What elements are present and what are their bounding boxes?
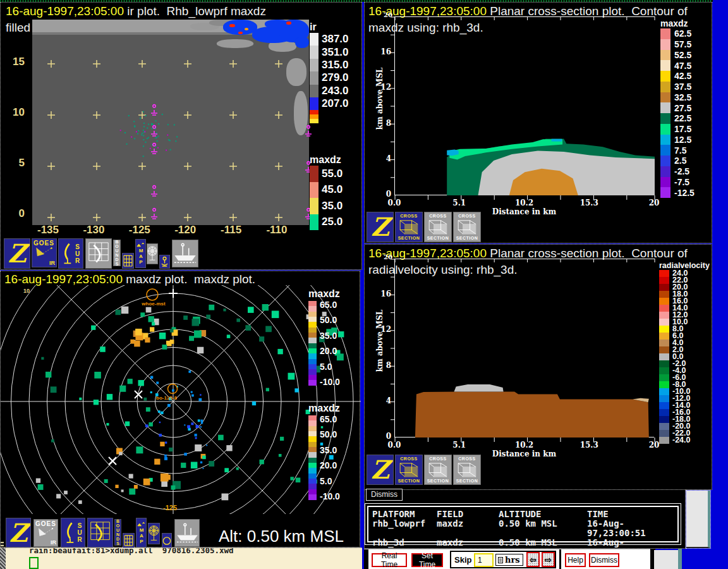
radar-grid-button[interactable] [85,238,112,269]
panel-ir-plot: 16-aug-1997,23:05:00 ir plot. Rhb_lowprf… [0,2,362,270]
surveillance-radar-button[interactable]: SUR [61,518,85,548]
ship-button[interactable] [174,519,200,547]
colorbar-swatch [308,364,317,369]
colorbar-swatch [659,423,669,430]
zebra-logo-button[interactable]: Z [367,455,394,485]
colorbar-tick: 47.5 [674,61,691,71]
ship-button[interactable] [172,240,198,267]
colorbar-row: -24.0 [659,437,710,444]
colorbar-swatch [310,97,318,110]
panel-xsec-maxdz: 16-aug-1997,23:05:00 Planar cross-sectio… [364,2,712,243]
goes-ir-button[interactable]: GOES IR [33,519,58,547]
table-header-cell: TIME [587,510,674,519]
colorbar-swatch [308,420,317,425]
map-marks-icon [136,242,145,248]
x-tick-label: -115 [214,224,249,236]
dismiss-button[interactable]: Dismiss [589,553,619,567]
bounds-button[interactable]: BOUNDS [113,240,121,266]
polar-web-button[interactable] [148,523,160,544]
colorbar-tick: 243.0 [322,85,349,97]
cross-section-button[interactable]: CROSS SECTION [424,455,452,485]
colorbar-swatch [659,326,669,333]
colorbar-title: maxdz [308,403,340,414]
colorbar-row: 27.5 [660,102,695,113]
real-time-button[interactable]: Real Time [372,553,407,567]
surveillance-radar-button[interactable]: SUR [58,238,83,269]
bounds-button[interactable]: BOUNDS [114,519,121,546]
y-axis-ticks: 1612840 [372,288,391,442]
colorbar-row: 35.0 [310,198,343,214]
circle-button[interactable] [162,533,172,548]
table-header: PLATFORMFIELDALTITUDETIME [372,510,674,519]
colorbar-swatch [310,59,318,71]
colorbar-swatch [660,187,670,198]
polar-web-button[interactable] [147,243,158,264]
colorbar-row: -12.5 [660,187,695,198]
colorbar-tick: -10.0 [320,493,340,500]
colorbar-swatch [308,431,317,436]
background-window-fragment [654,550,678,569]
grid-button[interactable] [123,533,135,548]
radar-dish-icon [61,242,73,266]
zebra-logo-button[interactable]: Z [4,238,30,269]
zebra-logo-button[interactable]: Z [367,212,394,242]
colorbar-row: 45.0 [310,182,343,199]
colorbar-swatch [659,374,669,381]
colorbar-swatch [659,395,669,402]
y-tick-label: 5 [6,157,25,169]
colorbar-tick: 35.0 [322,200,343,212]
map-button[interactable]: MAP [136,518,147,548]
colorbar-swatch [660,92,670,103]
radar-grid-button-active[interactable] [87,518,113,548]
goes-ir-button[interactable]: GOES IR [32,238,57,267]
x-tick-label: 0.0 [377,441,412,450]
dismiss-overlay-button[interactable]: Dismiss [366,489,403,501]
set-time-button[interactable]: Set Time [411,553,443,567]
colorbar-swatch [660,124,670,135]
colorbar-swatch [308,369,317,374]
terminal-cursor [29,557,39,569]
colorbar-tick: 57.5 [674,39,691,49]
colorbar-swatch [659,402,669,409]
cross-section-button[interactable]: CROSS SECTION [453,455,481,485]
help-button[interactable]: Help [565,553,586,567]
colorbar-tick: 22.5 [674,113,691,123]
hrs-button[interactable]: hrs [495,554,523,566]
polar-web-icon [147,245,157,263]
step-forward-button[interactable]: ⇨ [542,552,555,567]
skip-value-input[interactable] [474,553,494,567]
colorbar-tick: 27.5 [674,103,691,113]
background-scrollbar[interactable] [686,491,710,548]
cross-section-button-active[interactable]: CROSS SECTION [395,455,423,485]
terminal-scrollbar[interactable] [0,548,6,569]
step-back-button[interactable]: ⇦ [526,552,540,567]
colorbar-swatch [659,381,669,388]
cell-field: maxdz [437,519,499,538]
grid-icon [124,535,133,546]
colorbar-row: 52.5 [660,50,695,61]
colorbar-row: 55.0 [310,166,343,182]
colorbar-row: 7.5 [660,145,695,156]
zebra-icon: Z [371,457,389,482]
cross-section-button-active[interactable]: CROSS SECTION [395,212,423,242]
map-button[interactable]: MAP [135,239,146,268]
grid-button[interactable] [122,253,134,269]
colorbar-swatch [660,156,670,166]
colorbar-swatch [659,270,669,277]
cross-section-button[interactable]: CROSS SECTION [424,212,452,242]
colorbar-row: -2.5 [660,166,695,177]
colorbar-swatch [308,426,317,431]
colorbar-swatch [308,301,317,306]
terminal-window[interactable]: rain:beaufait:81>xdump.all 970816.2305.x… [0,548,362,569]
colorbar-swatch [308,489,317,494]
buoy-button[interactable] [159,255,170,269]
table-header-cell: ALTITUDE [499,510,587,519]
colorbar-swatch [310,119,318,123]
map-marks-icon [137,522,145,527]
cross-section-button[interactable]: CROSS SECTION [453,212,481,242]
colorbar-row: 12.5 [660,135,695,145]
station-label-center: bo-125-8 [156,395,177,401]
zebra-logo-button[interactable]: Z [6,518,31,548]
colorbar-tick: 62.5 [674,28,691,39]
cube-icon [399,219,419,235]
